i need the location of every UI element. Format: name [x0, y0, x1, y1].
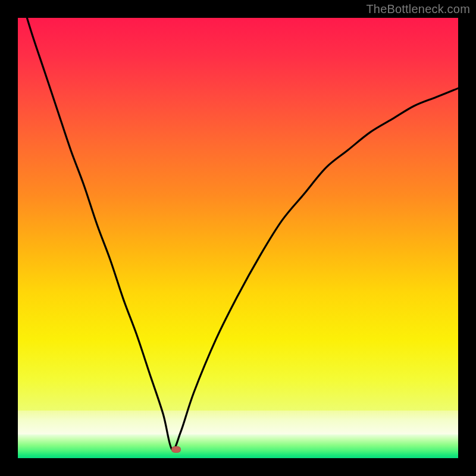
plot-area: [18, 18, 458, 458]
curve-layer: [18, 18, 458, 458]
bottleneck-curve: [18, 18, 458, 450]
watermark: TheBottleneck.com: [366, 2, 470, 16]
bottleneck-marker: [171, 446, 181, 453]
frame: TheBottleneck.com: [0, 0, 476, 476]
